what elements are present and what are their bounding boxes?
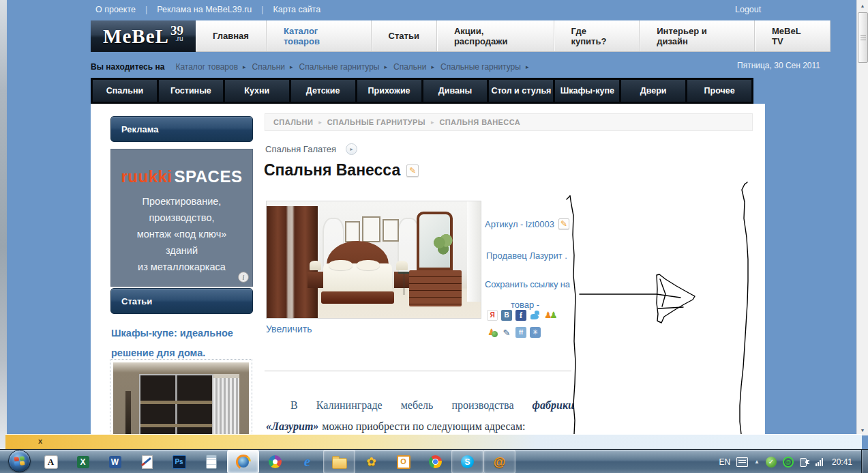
chevron-right-icon [290, 63, 293, 70]
category-nav-item[interactable]: Шкафы-купе [555, 80, 619, 102]
facebook-icon[interactable]: f [515, 310, 526, 321]
bobrdobr-icon[interactable] [544, 310, 555, 321]
category-nav-item[interactable]: Двери [621, 80, 685, 102]
sku-label[interactable]: Артикул - lzt0003 [485, 219, 554, 229]
article-link[interactable]: Шкафы-купе: идеальное решение для дома. [111, 324, 251, 363]
skype-icon[interactable]: S [451, 450, 483, 473]
content-area: Реклама ruukkiSPACES Проектирование,прои… [91, 104, 765, 435]
category-nav-item[interactable]: Диваны [423, 80, 488, 102]
title-row: Спальня Ванесса [264, 161, 419, 180]
wardrobe-doors [139, 374, 213, 435]
top-link[interactable]: Реклама на MeBeL39.ru [157, 5, 252, 14]
scrollbar-thumb[interactable] [858, 12, 868, 63]
top-links-bar: |О проекте|Реклама на MeBeL39.ru|Карта с… [95, 5, 320, 14]
main-nav-item[interactable]: Интерьер и дизайн [640, 20, 755, 51]
twitter-icon[interactable] [530, 310, 541, 321]
letter-a-app-icon[interactable]: A [35, 450, 67, 473]
main-nav-item[interactable]: Акции, распродажи [437, 20, 554, 51]
moymir-icon[interactable] [487, 327, 498, 338]
seller-link[interactable]: Продавец Лазурит . [486, 250, 567, 261]
ie-icon[interactable]: e [291, 450, 323, 473]
main-nav-item[interactable]: Главная [196, 20, 267, 51]
keyboard-layout-icon[interactable] [736, 457, 748, 467]
main-nav-item[interactable]: Где купить? [554, 20, 640, 51]
nightstand [308, 272, 324, 288]
breadcrumb-link[interactable]: Спальни [252, 62, 285, 72]
edit-icon[interactable] [406, 164, 419, 177]
main-nav-item[interactable]: Каталог товаров [267, 20, 372, 51]
product-photo[interactable] [266, 201, 481, 319]
chrome-icon[interactable] [419, 450, 451, 473]
category-nav-item[interactable]: Детские [291, 80, 355, 102]
firefox-icon[interactable] [227, 450, 259, 473]
word: мебель [401, 399, 434, 412]
close-icon[interactable]: x [38, 437, 42, 445]
language-indicator[interactable]: EN [719, 457, 730, 467]
ruukki-ad-banner[interactable]: ruukkiSPACES Проектирование,производство… [110, 149, 253, 287]
hidden-icons-arrow[interactable] [754, 459, 760, 465]
enlarge-link[interactable]: Увеличить [266, 324, 312, 334]
livejournal-icon[interactable]: ✎ [501, 327, 512, 338]
antivirus-status-icon[interactable] [766, 457, 777, 468]
prev-product-link[interactable]: Спальня Галатея [265, 144, 336, 154]
logo-word: MeBeL [103, 25, 169, 48]
top-link[interactable]: О проекте [95, 5, 136, 14]
main-nav-item[interactable]: MeBeL TV [755, 20, 830, 51]
breadcrumb-link[interactable]: СПАЛЬНЯ ВАНЕССА [439, 118, 520, 126]
product-breadcrumb: СПАЛЬНИСПАЛЬНЫЕ ГАРНИТУРЫСПАЛЬНЯ ВАНЕССА [265, 113, 753, 131]
breadcrumb-link[interactable]: СПАЛЬНИ [273, 118, 313, 126]
flowers [434, 234, 453, 255]
outlook-icon[interactable]: O [387, 450, 419, 473]
liveinternet-icon[interactable]: ✳ [530, 327, 541, 338]
wordpad-icon[interactable] [131, 450, 163, 473]
show-desktop-button[interactable] [861, 450, 868, 473]
calculator-icon[interactable] [195, 450, 227, 473]
photoshop-icon[interactable]: Ps [163, 450, 195, 473]
chevron-right-icon [431, 63, 434, 70]
chevron-right-icon [384, 63, 387, 70]
excel-icon[interactable]: X [67, 450, 99, 473]
breadcrumb-link[interactable]: Спальные гарнитуры [440, 62, 521, 72]
category-nav-item[interactable]: Спальни [93, 80, 157, 102]
mailru-agent-icon[interactable]: @ [483, 450, 515, 473]
scroll-up-button[interactable] [857, 0, 868, 11]
logout-link[interactable]: Logout [735, 5, 761, 14]
yandex-bookmarks-icon[interactable]: Я [487, 310, 498, 321]
ad-info-icon[interactable]: i [238, 272, 249, 283]
emphasized-text: фабрики [533, 399, 574, 412]
explorer-icon[interactable] [323, 450, 355, 473]
category-nav-item[interactable]: Прихожие [357, 80, 421, 102]
article-thumbnail[interactable] [110, 359, 252, 435]
breadcrumb-link[interactable]: СПАЛЬНЫЕ ГАРНИТУРЫ [327, 118, 425, 126]
category-nav-item[interactable]: Кухни [225, 80, 289, 102]
share-icons-row2: ✎ff✳ [487, 327, 541, 338]
wall-picture [362, 216, 381, 242]
top-link[interactable]: Карта сайта [273, 5, 321, 14]
picasa-icon[interactable] [259, 450, 291, 473]
edit-icon[interactable] [558, 218, 569, 229]
breadcrumb-link[interactable]: Спальни [393, 62, 426, 72]
power-plug-icon[interactable] [800, 457, 809, 467]
category-nav: СпальниГостиныеКухниДетскиеПрихожиеДиван… [91, 78, 753, 104]
ad-text-line: монтаж «под ключ» [111, 226, 252, 242]
arrow-right-circle-icon[interactable] [346, 143, 357, 155]
ad-text-line: производство, [111, 210, 252, 226]
prev-product-row: Спальня Галатея [265, 143, 357, 155]
network-signal-icon[interactable] [815, 458, 823, 466]
vkontakte-icon[interactable]: В [501, 310, 512, 321]
friendfeed-icon[interactable]: ff [515, 327, 526, 338]
word-icon[interactable]: W [99, 450, 131, 473]
vertical-scrollbar[interactable] [856, 0, 868, 435]
main-nav-item[interactable]: Статьи [372, 20, 437, 51]
site-logo[interactable]: MeBeL 39 .ru [91, 20, 196, 52]
category-nav-item[interactable]: Стол и стулья [489, 80, 553, 102]
category-nav-item[interactable]: Прочее [687, 80, 751, 102]
breadcrumb-link[interactable]: Спальные гарнитуры [299, 62, 380, 72]
mailru-agent-tray-icon[interactable]: @ [783, 457, 794, 468]
breadcrumb-link[interactable]: Каталог товаров [175, 62, 238, 72]
start-button[interactable] [8, 450, 31, 472]
ads-header-label: Реклама [121, 124, 158, 134]
category-nav-item[interactable]: Гостиные [159, 80, 223, 102]
icq-icon[interactable]: ✿ [355, 450, 387, 473]
clock[interactable]: 20:41 [832, 457, 852, 467]
